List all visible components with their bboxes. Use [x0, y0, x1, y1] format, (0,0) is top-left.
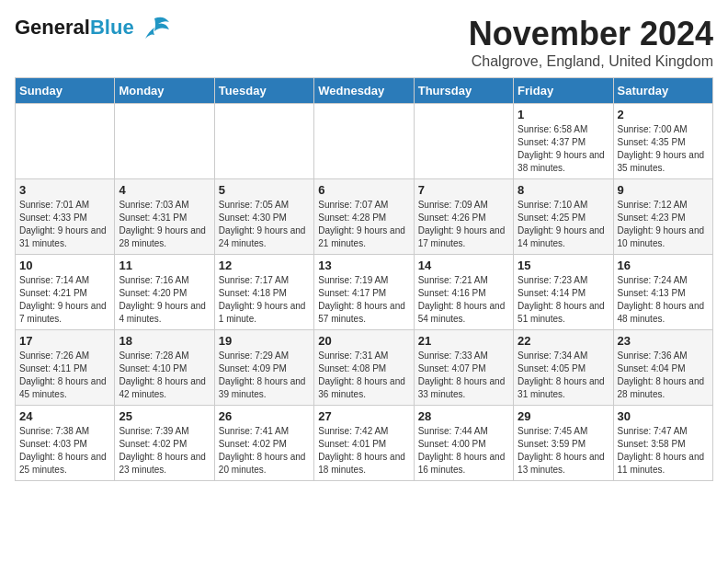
calendar-cell: 9Sunrise: 7:12 AM Sunset: 4:23 PM Daylig…: [613, 179, 712, 255]
day-info: Sunrise: 7:39 AM Sunset: 4:02 PM Dayligh…: [119, 425, 210, 477]
day-number: 27: [318, 409, 409, 423]
day-number: 22: [518, 334, 609, 348]
calendar-cell: 16Sunrise: 7:24 AM Sunset: 4:13 PM Dayli…: [613, 255, 712, 330]
day-info: Sunrise: 7:07 AM Sunset: 4:28 PM Dayligh…: [318, 199, 409, 250]
calendar-cell: [214, 104, 313, 179]
day-number: 23: [618, 334, 709, 348]
day-info: Sunrise: 7:23 AM Sunset: 4:14 PM Dayligh…: [518, 274, 609, 326]
calendar-week-row: 1Sunrise: 6:58 AM Sunset: 4:37 PM Daylig…: [16, 104, 713, 179]
day-info: Sunrise: 7:31 AM Sunset: 4:08 PM Dayligh…: [318, 350, 409, 401]
day-info: Sunrise: 6:58 AM Sunset: 4:37 PM Dayligh…: [518, 123, 609, 175]
calendar-header-row: SundayMondayTuesdayWednesdayThursdayFrid…: [16, 78, 713, 104]
col-header-saturday: Saturday: [613, 78, 712, 104]
calendar-cell: 21Sunrise: 7:33 AM Sunset: 4:07 PM Dayli…: [414, 330, 513, 406]
calendar-cell: 22Sunrise: 7:34 AM Sunset: 4:05 PM Dayli…: [514, 330, 613, 406]
col-header-sunday: Sunday: [16, 78, 115, 104]
calendar-cell: 30Sunrise: 7:47 AM Sunset: 3:58 PM Dayli…: [613, 406, 712, 481]
day-info: Sunrise: 7:45 AM Sunset: 3:59 PM Dayligh…: [518, 425, 609, 477]
day-info: Sunrise: 7:34 AM Sunset: 4:05 PM Dayligh…: [518, 350, 609, 401]
calendar-cell: 28Sunrise: 7:44 AM Sunset: 4:00 PM Dayli…: [414, 406, 513, 481]
day-number: 2: [618, 108, 709, 121]
day-info: Sunrise: 7:47 AM Sunset: 3:58 PM Dayligh…: [618, 425, 709, 477]
logo: GeneralBlue: [15, 15, 171, 40]
day-number: 1: [518, 108, 609, 121]
day-info: Sunrise: 7:09 AM Sunset: 4:26 PM Dayligh…: [418, 199, 509, 250]
day-info: Sunrise: 7:24 AM Sunset: 4:13 PM Dayligh…: [618, 274, 709, 326]
col-header-friday: Friday: [514, 78, 613, 104]
day-info: Sunrise: 7:05 AM Sunset: 4:30 PM Dayligh…: [219, 199, 310, 250]
calendar-cell: 15Sunrise: 7:23 AM Sunset: 4:14 PM Dayli…: [514, 255, 613, 330]
day-number: 17: [19, 334, 110, 348]
day-number: 7: [418, 183, 509, 197]
calendar-cell: 25Sunrise: 7:39 AM Sunset: 4:02 PM Dayli…: [115, 406, 214, 481]
logo-blue: Blue: [90, 16, 134, 39]
day-number: 18: [119, 334, 210, 348]
calendar-cell: 10Sunrise: 7:14 AM Sunset: 4:21 PM Dayli…: [16, 255, 115, 330]
calendar-cell: 3Sunrise: 7:01 AM Sunset: 4:33 PM Daylig…: [16, 179, 115, 255]
day-info: Sunrise: 7:44 AM Sunset: 4:00 PM Dayligh…: [418, 425, 509, 477]
day-number: 26: [219, 409, 310, 423]
calendar-cell: 29Sunrise: 7:45 AM Sunset: 3:59 PM Dayli…: [514, 406, 613, 481]
calendar-cell: 20Sunrise: 7:31 AM Sunset: 4:08 PM Dayli…: [314, 330, 414, 406]
page-header: GeneralBlue November 2024 Chalgrove, Eng…: [15, 15, 713, 70]
day-number: 21: [418, 334, 509, 348]
day-info: Sunrise: 7:14 AM Sunset: 4:21 PM Dayligh…: [19, 274, 110, 326]
calendar-cell: [115, 104, 214, 179]
calendar-cell: 14Sunrise: 7:21 AM Sunset: 4:16 PM Dayli…: [414, 255, 513, 330]
calendar-cell: 18Sunrise: 7:28 AM Sunset: 4:10 PM Dayli…: [115, 330, 214, 406]
calendar-cell: 6Sunrise: 7:07 AM Sunset: 4:28 PM Daylig…: [314, 179, 414, 255]
day-number: 28: [418, 409, 509, 423]
calendar-week-row: 3Sunrise: 7:01 AM Sunset: 4:33 PM Daylig…: [16, 179, 713, 255]
day-number: 12: [219, 259, 310, 272]
col-header-wednesday: Wednesday: [314, 78, 414, 104]
day-info: Sunrise: 7:19 AM Sunset: 4:17 PM Dayligh…: [318, 274, 409, 326]
day-info: Sunrise: 7:17 AM Sunset: 4:18 PM Dayligh…: [219, 274, 310, 326]
calendar-cell: 2Sunrise: 7:00 AM Sunset: 4:35 PM Daylig…: [613, 104, 712, 179]
day-info: Sunrise: 7:16 AM Sunset: 4:20 PM Dayligh…: [119, 274, 210, 326]
month-title: November 2024: [469, 15, 713, 53]
calendar-table: SundayMondayTuesdayWednesdayThursdayFrid…: [15, 77, 713, 481]
day-number: 11: [119, 259, 210, 272]
day-info: Sunrise: 7:28 AM Sunset: 4:10 PM Dayligh…: [119, 350, 210, 401]
day-number: 30: [618, 409, 709, 423]
day-number: 16: [618, 259, 709, 272]
title-area: November 2024 Chalgrove, England, United…: [469, 15, 713, 70]
col-header-monday: Monday: [115, 78, 214, 104]
calendar-cell: 13Sunrise: 7:19 AM Sunset: 4:17 PM Dayli…: [314, 255, 414, 330]
calendar-cell: 27Sunrise: 7:42 AM Sunset: 4:01 PM Dayli…: [314, 406, 414, 481]
day-number: 5: [219, 183, 310, 197]
calendar-cell: 19Sunrise: 7:29 AM Sunset: 4:09 PM Dayli…: [214, 330, 313, 406]
day-info: Sunrise: 7:12 AM Sunset: 4:23 PM Dayligh…: [618, 199, 709, 250]
day-number: 13: [318, 259, 409, 272]
day-info: Sunrise: 7:21 AM Sunset: 4:16 PM Dayligh…: [418, 274, 509, 326]
calendar-cell: 4Sunrise: 7:03 AM Sunset: 4:31 PM Daylig…: [115, 179, 214, 255]
calendar-cell: [414, 104, 513, 179]
col-header-thursday: Thursday: [414, 78, 513, 104]
day-number: 4: [119, 183, 210, 197]
day-info: Sunrise: 7:26 AM Sunset: 4:11 PM Dayligh…: [19, 350, 110, 401]
calendar-week-row: 10Sunrise: 7:14 AM Sunset: 4:21 PM Dayli…: [16, 255, 713, 330]
day-number: 29: [518, 409, 609, 423]
calendar-cell: 11Sunrise: 7:16 AM Sunset: 4:20 PM Dayli…: [115, 255, 214, 330]
day-number: 9: [618, 183, 709, 197]
calendar-cell: 1Sunrise: 6:58 AM Sunset: 4:37 PM Daylig…: [514, 104, 613, 179]
calendar-cell: 26Sunrise: 7:41 AM Sunset: 4:02 PM Dayli…: [214, 406, 313, 481]
calendar-cell: [16, 104, 115, 179]
logo-general: General: [15, 16, 90, 39]
day-info: Sunrise: 7:36 AM Sunset: 4:04 PM Dayligh…: [618, 350, 709, 401]
day-info: Sunrise: 7:10 AM Sunset: 4:25 PM Dayligh…: [518, 199, 609, 250]
calendar-cell: 5Sunrise: 7:05 AM Sunset: 4:30 PM Daylig…: [214, 179, 313, 255]
logo-bird-icon: [138, 15, 171, 40]
day-number: 25: [119, 409, 210, 423]
location-title: Chalgrove, England, United Kingdom: [469, 53, 713, 70]
day-number: 10: [19, 259, 110, 272]
day-number: 24: [19, 409, 110, 423]
calendar-cell: 12Sunrise: 7:17 AM Sunset: 4:18 PM Dayli…: [214, 255, 313, 330]
day-info: Sunrise: 7:00 AM Sunset: 4:35 PM Dayligh…: [618, 123, 709, 175]
calendar-week-row: 24Sunrise: 7:38 AM Sunset: 4:03 PM Dayli…: [16, 406, 713, 481]
calendar-cell: 7Sunrise: 7:09 AM Sunset: 4:26 PM Daylig…: [414, 179, 513, 255]
day-number: 15: [518, 259, 609, 272]
calendar-cell: 8Sunrise: 7:10 AM Sunset: 4:25 PM Daylig…: [514, 179, 613, 255]
calendar-cell: 17Sunrise: 7:26 AM Sunset: 4:11 PM Dayli…: [16, 330, 115, 406]
day-info: Sunrise: 7:01 AM Sunset: 4:33 PM Dayligh…: [19, 199, 110, 250]
